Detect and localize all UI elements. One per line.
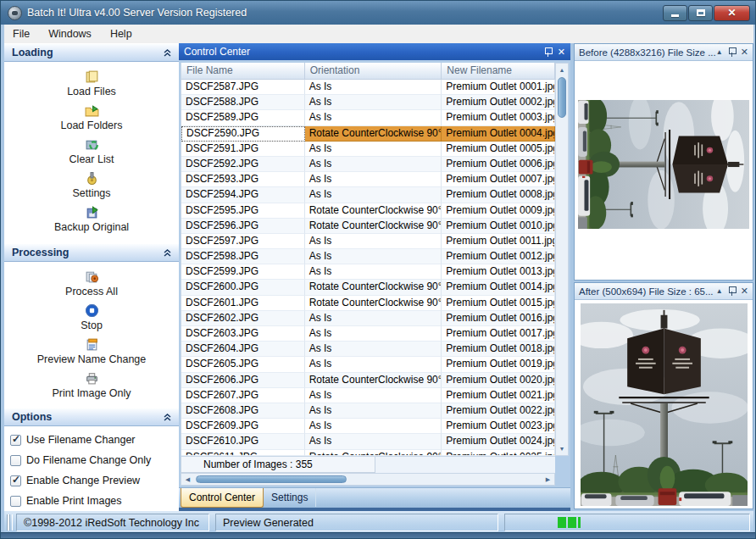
cell-file-name[interactable]: DSCF2610.JPG	[181, 434, 305, 449]
pin-icon[interactable]	[728, 286, 736, 296]
cell-orientation[interactable]: As Is	[305, 157, 442, 172]
cell-orientation[interactable]: As Is	[305, 434, 442, 449]
cell-file-name[interactable]: DSCF2611.JPG	[181, 450, 305, 456]
table-row[interactable]: DSCF2604.JPG As Is Premium Outlet 0018.j…	[181, 342, 555, 357]
cell-file-name[interactable]: DSCF2599.JPG	[181, 264, 305, 280]
cell-orientation[interactable]: Rotate CounterClockwise 90°	[305, 450, 442, 456]
table-row[interactable]: DSCF2589.JPG As Is Premium Outlet 0003.j…	[181, 110, 555, 125]
close-button[interactable]: ✕	[714, 5, 750, 21]
horizontal-scroll-thumb[interactable]	[196, 475, 347, 483]
cell-new-filename[interactable]: Premium Outlet 0019.jpg	[442, 357, 555, 372]
cell-orientation[interactable]: Rotate CounterClockwise 90°	[305, 373, 442, 388]
cell-new-filename[interactable]: Premium Outlet 0022.jpg	[442, 403, 555, 419]
collapse-icon[interactable]: ▲	[716, 287, 723, 295]
cell-file-name[interactable]: DSCF2594.JPG	[181, 187, 305, 203]
cell-file-name[interactable]: DSCF2587.JPG	[181, 80, 305, 95]
cell-file-name[interactable]: DSCF2602.JPG	[181, 311, 305, 326]
cell-file-name[interactable]: DSCF2595.JPG	[181, 203, 305, 219]
close-panel-icon[interactable]: ✕	[558, 47, 565, 57]
cell-new-filename[interactable]: Premium Outlet 0011.jpg	[442, 234, 555, 249]
cell-file-name[interactable]: DSCF2597.JPG	[181, 234, 305, 249]
pin-icon[interactable]	[544, 47, 552, 57]
table-row[interactable]: DSCF2594.JPG As Is Premium Outlet 0008.j…	[181, 187, 555, 203]
cell-new-filename[interactable]: Premium Outlet 0004.jpg	[442, 126, 555, 142]
section-header-processing[interactable]: Processing	[4, 243, 179, 262]
cell-orientation[interactable]: As Is	[305, 326, 442, 342]
cell-new-filename[interactable]: Premium Outlet 0018.jpg	[442, 342, 555, 357]
table-row[interactable]: DSCF2606.JPG Rotate CounterClockwise 90°…	[181, 373, 555, 388]
horizontal-scrollbar[interactable]: ◀ ▶	[181, 473, 555, 486]
cell-new-filename[interactable]: Premium Outlet 0016.jpg	[442, 311, 555, 326]
column-header-file-name[interactable]: File Name	[181, 63, 305, 80]
table-row[interactable]: DSCF2591.JPG As Is Premium Outlet 0005.j…	[181, 142, 555, 157]
table-row[interactable]: DSCF2601.JPG Rotate CounterClockwise 90°…	[181, 296, 555, 311]
checkbox[interactable]	[10, 496, 21, 507]
cell-new-filename[interactable]: Premium Outlet 0020.jpg	[442, 373, 555, 388]
table-row[interactable]: DSCF2603.JPG As Is Premium Outlet 0017.j…	[181, 326, 555, 342]
option-enable-print-images[interactable]: Enable Print Images	[10, 491, 179, 511]
cell-orientation[interactable]: As Is	[305, 110, 442, 125]
cell-file-name[interactable]: DSCF2607.JPG	[181, 388, 305, 403]
cell-file-name[interactable]: DSCF2601.JPG	[181, 296, 305, 311]
load-files-button[interactable]: Load Files	[4, 67, 179, 101]
cell-orientation[interactable]: Rotate CounterClockwise 90°	[305, 219, 442, 234]
cell-new-filename[interactable]: Premium Outlet 0008.jpg	[442, 187, 555, 203]
cell-new-filename[interactable]: Premium Outlet 0003.jpg	[442, 110, 555, 125]
collapse-icon[interactable]: ▲	[716, 48, 723, 56]
table-row[interactable]: DSCF2595.JPG Rotate CounterClockwise 90°…	[181, 203, 555, 219]
table-row[interactable]: DSCF2593.JPG As Is Premium Outlet 0007.j…	[181, 172, 555, 187]
cell-new-filename[interactable]: Premium Outlet 0025.jpg	[442, 450, 555, 456]
cell-file-name[interactable]: DSCF2604.JPG	[181, 342, 305, 357]
cell-orientation[interactable]: As Is	[305, 249, 442, 264]
cell-orientation[interactable]: Rotate CounterClockwise 90°	[305, 203, 442, 219]
cell-orientation[interactable]: As Is	[305, 311, 442, 326]
scroll-down-button[interactable]: ▼	[556, 442, 568, 455]
cell-orientation[interactable]: As Is	[305, 142, 442, 157]
cell-new-filename[interactable]: Premium Outlet 0005.jpg	[442, 142, 555, 157]
menu-help[interactable]: Help	[101, 25, 142, 43]
cell-orientation[interactable]: As Is	[305, 342, 442, 357]
scroll-right-button[interactable]: ▶	[542, 474, 554, 485]
cell-file-name[interactable]: DSCF2590.JPG	[181, 126, 305, 142]
cell-file-name[interactable]: DSCF2596.JPG	[181, 219, 305, 234]
cell-file-name[interactable]: DSCF2609.JPG	[181, 419, 305, 434]
vertical-scroll-thumb[interactable]	[558, 77, 566, 118]
cell-file-name[interactable]: DSCF2606.JPG	[181, 373, 305, 388]
table-row[interactable]: DSCF2611.JPG Rotate CounterClockwise 90°…	[181, 450, 555, 456]
cell-file-name[interactable]: DSCF2608.JPG	[181, 403, 305, 419]
minimize-button[interactable]	[663, 5, 687, 21]
menu-windows[interactable]: Windows	[39, 25, 101, 43]
table-row[interactable]: DSCF2592.JPG As Is Premium Outlet 0006.j…	[181, 157, 555, 172]
tab-control-center[interactable]: Control Center	[181, 488, 264, 508]
process-all-button[interactable]: Process All	[4, 267, 179, 301]
cell-new-filename[interactable]: Premium Outlet 0023.jpg	[442, 419, 555, 434]
cell-new-filename[interactable]: Premium Outlet 0007.jpg	[442, 172, 555, 187]
cell-new-filename[interactable]: Premium Outlet 0009.jpg	[442, 203, 555, 219]
cell-file-name[interactable]: DSCF2588.JPG	[181, 95, 305, 110]
cell-new-filename[interactable]: Premium Outlet 0014.jpg	[442, 280, 555, 295]
cell-file-name[interactable]: DSCF2589.JPG	[181, 110, 305, 125]
cell-file-name[interactable]: DSCF2593.JPG	[181, 172, 305, 187]
cell-orientation[interactable]: As Is	[305, 234, 442, 249]
cell-orientation[interactable]: Rotate CounterClockwise 90°	[305, 280, 442, 295]
cell-new-filename[interactable]: Premium Outlet 0015.jpg	[442, 296, 555, 311]
table-row[interactable]: DSCF2609.JPG As Is Premium Outlet 0023.j…	[181, 419, 555, 434]
checkbox[interactable]	[10, 455, 21, 466]
table-row[interactable]: DSCF2599.JPG As Is Premium Outlet 0013.j…	[181, 264, 555, 280]
cell-orientation[interactable]: Rotate CounterClockwise 90°	[305, 296, 442, 311]
tab-settings[interactable]: Settings	[264, 488, 316, 507]
table-row[interactable]: DSCF2587.JPG As Is Premium Outlet 0001.j…	[181, 80, 555, 95]
column-header-new-filename[interactable]: New Filename	[442, 63, 555, 80]
scroll-left-button[interactable]: ◀	[181, 474, 194, 485]
cell-new-filename[interactable]: Premium Outlet 0021.jpg	[442, 388, 555, 403]
table-row[interactable]: DSCF2607.JPG As Is Premium Outlet 0021.j…	[181, 388, 555, 403]
table-row[interactable]: DSCF2590.JPG Rotate CounterClockwise 90°…	[181, 126, 555, 142]
preview-name-change-button[interactable]: Preview Name Change	[4, 335, 179, 369]
load-folders-button[interactable]: Load Folders	[4, 101, 179, 135]
table-row[interactable]: DSCF2600.JPG Rotate CounterClockwise 90°…	[181, 280, 555, 295]
cell-orientation[interactable]: As Is	[305, 95, 442, 110]
cell-new-filename[interactable]: Premium Outlet 0024.jpg	[442, 434, 555, 449]
cell-orientation[interactable]: As Is	[305, 388, 442, 403]
maximize-button[interactable]	[688, 5, 713, 21]
option-enable-change-preview[interactable]: Enable Change Preview	[10, 470, 179, 491]
